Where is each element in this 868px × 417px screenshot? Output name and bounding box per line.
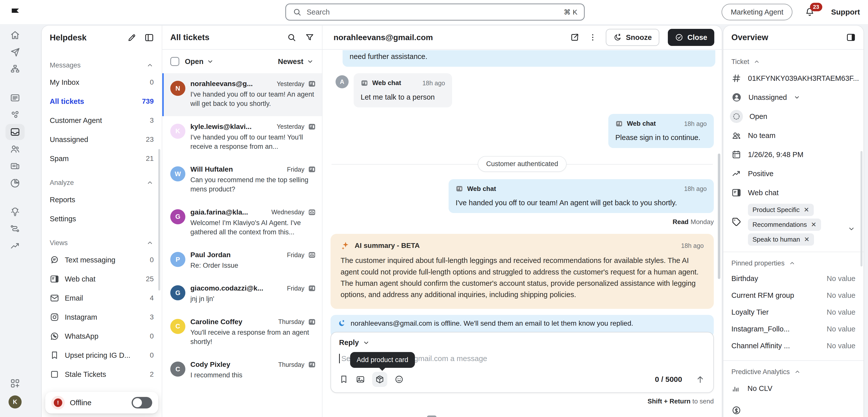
sidebar-item-settings[interactable]: Settings: [50, 209, 154, 228]
drag-handle[interactable]: [427, 416, 436, 417]
sidebar-item-stale-tickets[interactable]: Stale Tickets2: [50, 365, 154, 384]
collapse-sidebar-icon[interactable]: [144, 33, 154, 43]
add-product-card-button[interactable]: [372, 372, 387, 387]
sidebar-item-my-inbox[interactable]: My Inbox0: [50, 73, 154, 92]
tag-label: Speak to human: [752, 236, 800, 243]
ticket-row[interactable]: C Caroline Coffey Thursday You'll receiv…: [162, 311, 322, 354]
saved-replies-button[interactable]: [339, 375, 349, 384]
rail-item-performance[interactable]: [5, 238, 25, 254]
overview-scrollbar[interactable]: [861, 151, 863, 267]
section-label-messages[interactable]: Messages: [50, 58, 154, 73]
bar-chart-icon: [732, 384, 741, 393]
assignee-dropdown[interactable]: Unassigned: [732, 88, 856, 107]
sort-dropdown[interactable]: Newest: [278, 58, 314, 66]
klaviyo-logo-icon[interactable]: [10, 7, 21, 16]
section-label-pinned-properties[interactable]: Pinned properties: [732, 256, 856, 270]
sidebar-item-all-tickets[interactable]: All tickets739: [50, 92, 154, 111]
rail-item-idea[interactable]: [5, 204, 25, 220]
sidebar-item-customer-agent[interactable]: Customer Agent3: [50, 111, 154, 130]
collapse-panel-icon[interactable]: [846, 32, 856, 42]
rail-item-analytics-pie[interactable]: [5, 175, 25, 191]
remove-tag-icon[interactable]: ✕: [804, 236, 809, 243]
ticket-search-icon[interactable]: [287, 33, 297, 42]
check-circle-icon: [675, 33, 683, 42]
ticket-id[interactable]: 01KFYNKY039AKH3RTAEM63F...: [732, 69, 856, 88]
rail-item-flows[interactable]: [5, 61, 25, 77]
section-label-predictive-analytics[interactable]: Predictive Analytics: [732, 365, 856, 379]
snooze-button[interactable]: Snooze: [606, 29, 659, 46]
section-label-views[interactable]: Views: [50, 235, 154, 250]
open-in-new-icon[interactable]: [569, 32, 580, 42]
ticket-row[interactable]: G gaia.farina@kla... Wednesday Welcome! …: [162, 202, 322, 245]
channel-row[interactable]: Web chat: [732, 183, 856, 202]
status-filter-dropdown[interactable]: Open: [185, 58, 214, 66]
rail-item-forms[interactable]: [5, 107, 25, 123]
conversation-scrollbar[interactable]: [718, 153, 720, 279]
tag-label: Recommendations: [752, 221, 807, 229]
sidebar-item-instagram[interactable]: Instagram3: [50, 308, 154, 327]
ticket-row[interactable]: G giacomo.codazzi@k... Friday jnj jn ljn…: [162, 278, 322, 311]
ticket-row[interactable]: K kyle.lewis@klavi... Yesterday I've han…: [162, 116, 322, 159]
ticket-row[interactable]: C Cody Pixley Thursday I recommend this: [162, 354, 322, 387]
sidebar-item-label: Stale Tickets: [65, 370, 106, 379]
team-icon: [732, 131, 741, 140]
tag-pill[interactable]: Product Specific✕: [748, 204, 814, 216]
search-input[interactable]: Search ⌘ K: [285, 3, 585, 21]
ticket-row[interactable]: P Paul Jordan Friday Re: Order Issue: [162, 244, 322, 278]
rail-item-inbox[interactable]: [5, 124, 25, 140]
marketing-agent-button[interactable]: Marketing Agent: [721, 4, 793, 20]
rail-item-audience[interactable]: [5, 141, 25, 157]
compose-icon[interactable]: [127, 33, 136, 42]
close-button[interactable]: Close: [668, 29, 714, 46]
remove-tag-icon[interactable]: ✕: [804, 206, 809, 214]
expand-tags-icon[interactable]: [847, 225, 856, 233]
insert-image-button[interactable]: [355, 375, 365, 384]
filter-icon[interactable]: [305, 33, 314, 42]
status-row[interactable]: Open: [732, 107, 856, 126]
select-all-checkbox[interactable]: [170, 57, 179, 66]
sidebar-item-unassigned[interactable]: Unassigned23: [50, 130, 154, 149]
remove-tag-icon[interactable]: ✕: [811, 221, 816, 229]
sentiment-row[interactable]: Positive: [732, 164, 856, 183]
message-thread: need further assistance. A Web chat18h a…: [322, 50, 722, 417]
rail-item-journeys[interactable]: [5, 221, 25, 237]
channel-row-value: Web chat: [748, 189, 779, 197]
created-datetime-row[interactable]: 1/26/26, 9:48 PM: [732, 145, 856, 164]
sidebar-item-whatsapp[interactable]: WhatsApp0: [50, 327, 154, 346]
support-link[interactable]: Support: [831, 8, 860, 16]
ticket-row[interactable]: W Will Huftalen Friday Can you recommend…: [162, 159, 322, 202]
team-row[interactable]: No team: [732, 126, 856, 145]
rail-item-integrations[interactable]: [5, 375, 25, 391]
ticket-row[interactable]: N norahleevans@g... Yesterday I've hande…: [162, 73, 322, 116]
rail-item-send[interactable]: [5, 44, 25, 60]
send-arrow-icon: [695, 374, 705, 384]
rail-item-home[interactable]: [5, 27, 25, 43]
reply-mode-dropdown[interactable]: Reply: [339, 339, 370, 347]
sidebar-item-upset-pricing-ig-d-[interactable]: Upset pricing IG D...0: [50, 346, 154, 365]
send-button[interactable]: [695, 374, 705, 384]
sidebar-item-spam[interactable]: Spam21: [50, 149, 154, 168]
sidebar-item-email[interactable]: Email4: [50, 288, 154, 308]
sentiment-row-value: Positive: [748, 170, 774, 178]
more-menu-icon[interactable]: [588, 33, 597, 42]
sidebar-item-text-messaging[interactable]: Text messaging0: [50, 250, 154, 270]
sidebar-item-reports[interactable]: Reports: [50, 190, 154, 209]
availability-toggle[interactable]: [132, 397, 152, 409]
section-label-analyze[interactable]: Analyze: [50, 175, 154, 190]
tag-pill[interactable]: Speak to human✕: [748, 233, 814, 246]
section-label-ticket[interactable]: Ticket: [732, 55, 856, 69]
chevron-up-icon: [753, 58, 760, 65]
ticket-time: Thursday: [278, 361, 304, 368]
clv-value: No CLV: [747, 384, 772, 393]
rail-item-reviews[interactable]: [5, 158, 25, 174]
sidebar-item-web-chat[interactable]: Web chat25: [50, 270, 154, 288]
chevron-down-icon: [847, 225, 856, 233]
notifications-button[interactable]: 23: [804, 7, 819, 17]
char-counter: 0 / 5000: [655, 375, 682, 384]
sidebar-scrollbar[interactable]: [158, 149, 160, 290]
property-value: No value: [827, 342, 856, 350]
rail-item-campaigns[interactable]: [5, 90, 25, 106]
emoji-button[interactable]: [394, 375, 404, 384]
account-avatar[interactable]: K: [8, 395, 22, 409]
tag-pill[interactable]: Recommendations✕: [748, 218, 821, 231]
